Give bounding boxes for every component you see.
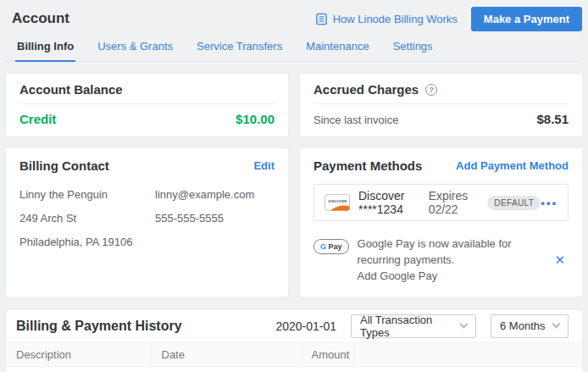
divider	[313, 103, 569, 104]
table-header-row: Description Date Amount	[6, 342, 582, 366]
date-from-input[interactable]: 2020-01-01	[275, 319, 336, 333]
payment-method-actions-button[interactable]: •••	[541, 197, 557, 209]
billing-history-title: Billing & Payment History	[16, 319, 275, 334]
account-balance-card: Account Balance Credit $10.00	[6, 74, 288, 136]
billing-history-panel: Billing & Payment History 2020-01-01 All…	[6, 310, 582, 372]
transaction-type-select[interactable]: All Transaction Types	[351, 314, 476, 338]
table-row: Invoice #000123456 2021-07-01 04:16 $10.…	[6, 366, 582, 372]
google-pay-message-block: Google Pay is now available for recurrin…	[358, 236, 552, 285]
google-pay-banner: G Pay Google Pay is now available for re…	[313, 236, 569, 285]
contact-phone: 555-555-5555	[155, 207, 254, 230]
page-title: Account	[12, 10, 69, 27]
invoice-amount: $10.00	[301, 366, 353, 372]
tab-service-transfers[interactable]: Service Transfers	[195, 34, 284, 62]
billing-docs-link-label: How Linode Billing Works	[333, 13, 458, 25]
google-pay-message: Google Pay is now available for recurrin…	[358, 236, 552, 269]
contact-address2: Philadelphia, PA 19106	[19, 230, 155, 254]
account-page: Account How Linode Billing Works Make a …	[0, 0, 588, 372]
balance-credit-amount: $10.00	[236, 112, 275, 126]
column-header-description: Description	[6, 342, 151, 366]
invoice-date: 2021-07-01 04:16	[151, 366, 301, 372]
svg-text:DISCOVER: DISCOVER	[329, 199, 347, 203]
dismiss-google-pay-button[interactable]: ✕	[551, 253, 569, 268]
balance-credit-label: Credit	[19, 112, 56, 126]
accrued-charges-title: Accrued Charges	[313, 82, 419, 97]
payment-methods-title: Payment Methods	[313, 158, 422, 173]
account-balance-title: Account Balance	[19, 82, 123, 97]
tab-maintenance[interactable]: Maintenance	[304, 34, 370, 62]
contact-comm-column: linny@example.com 555-555-5555	[155, 183, 254, 254]
contact-address-column: Linny the Penguin 249 Arch St Philadelph…	[19, 183, 155, 254]
column-header-date: Date	[151, 342, 301, 366]
payment-method-row: DISCOVER Discover ****1234 Expires 02/22…	[313, 184, 569, 221]
add-google-pay-link[interactable]: Add Google Pay	[358, 269, 552, 285]
payment-method-expiry: Expires 02/22	[429, 189, 477, 216]
detail-cards-row: Billing Contact Edit Linny the Penguin 2…	[6, 148, 582, 297]
accrued-charges-card: Accrued Charges ? Since last invoice $8.…	[300, 74, 582, 136]
date-range-select[interactable]: 6 Months	[491, 314, 569, 338]
tab-settings[interactable]: Settings	[391, 34, 435, 62]
tab-users-grants[interactable]: Users & Grants	[96, 34, 175, 62]
chevron-down-icon	[552, 320, 561, 329]
billing-history-table: Description Date Amount Invoice #0001234…	[6, 342, 582, 372]
contact-email: linny@example.com	[155, 183, 254, 207]
date-range-value: 6 Months	[500, 319, 545, 332]
edit-contact-button[interactable]: Edit	[253, 159, 275, 172]
accrued-since-label: Since last invoice	[313, 114, 398, 126]
billing-docs-link[interactable]: How Linode Billing Works	[315, 13, 458, 25]
column-header-amount: Amount	[301, 342, 353, 366]
contact-name: Linny the Penguin	[19, 183, 155, 207]
account-tabs: Billing Info Users & Grants Service Tran…	[6, 34, 582, 62]
divider	[19, 103, 275, 104]
header-actions: How Linode Billing Works Make a Payment	[315, 7, 582, 31]
billing-contact-title: Billing Contact	[19, 158, 109, 173]
payment-methods-card: Payment Methods Add Payment Method DISCO…	[300, 148, 582, 297]
page-header: Account How Linode Billing Works Make a …	[6, 0, 582, 31]
google-pay-icon: G Pay	[313, 239, 349, 254]
payment-method-name: Discover ****1234	[358, 189, 421, 216]
billing-contact-card: Billing Contact Edit Linny the Penguin 2…	[6, 148, 288, 297]
billing-history-header: Billing & Payment History 2020-01-01 All…	[6, 310, 582, 342]
help-icon[interactable]: ?	[425, 84, 437, 96]
add-payment-method-button[interactable]: Add Payment Method	[456, 159, 569, 172]
document-icon	[315, 13, 328, 25]
transaction-type-value: All Transaction Types	[360, 314, 461, 339]
contact-address1: 249 Arch St	[19, 207, 155, 230]
accrued-amount: $8.51	[536, 112, 569, 126]
default-badge: DEFAULT	[487, 196, 541, 210]
summary-cards-row: Account Balance Credit $10.00 Accrued Ch…	[6, 74, 582, 136]
make-a-payment-button[interactable]: Make a Payment	[471, 7, 582, 31]
tab-billing-info[interactable]: Billing Info	[15, 34, 75, 62]
column-header-actions	[353, 342, 582, 366]
discover-card-icon: DISCOVER	[325, 194, 350, 211]
